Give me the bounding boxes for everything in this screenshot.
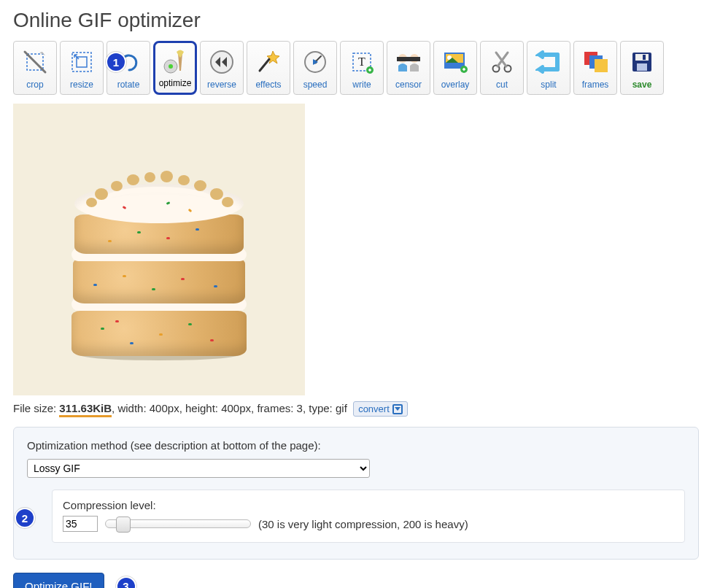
svg-text:T: T: [358, 55, 365, 68]
tool-label: write: [352, 80, 371, 90]
annotation-badge-2: 2: [15, 508, 35, 528]
tool-save[interactable]: save: [620, 41, 664, 95]
compression-input[interactable]: [63, 516, 98, 532]
tool-write[interactable]: T write: [340, 41, 384, 95]
type-label: , type:: [303, 402, 336, 414]
compression-label: Compression level:: [63, 499, 674, 511]
method-select[interactable]: Lossy GIF: [27, 459, 370, 478]
tool-label: effects: [255, 80, 281, 90]
compression-slider[interactable]: [105, 519, 251, 528]
svg-rect-24: [635, 54, 649, 61]
svg-rect-25: [637, 63, 647, 71]
tool-label: speed: [303, 80, 328, 90]
page-title: Online GIF optimizer: [13, 9, 699, 32]
tool-overlay[interactable]: overlay: [433, 41, 477, 95]
save-icon: [621, 45, 663, 80]
tool-censor[interactable]: censor: [387, 41, 430, 95]
cut-icon: [481, 45, 523, 80]
tool-label: frames: [582, 80, 609, 90]
tool-label: optimize: [159, 78, 192, 88]
annotation-badge-1: 1: [106, 52, 126, 72]
tool-label: save: [632, 80, 652, 90]
optimization-panel: Optimization method (see description at …: [13, 427, 699, 560]
height-label: , height:: [179, 402, 222, 414]
svg-rect-26: [643, 55, 646, 60]
width-value: 400px: [150, 402, 179, 414]
frames-icon: [574, 45, 616, 80]
height-value: 400px: [221, 402, 251, 414]
tool-label: overlay: [441, 80, 470, 90]
tool-effects[interactable]: effects: [247, 41, 290, 95]
filesize-value: 311.63KiB: [59, 402, 112, 417]
tool-label: reverse: [207, 80, 236, 90]
crop-icon: [14, 45, 56, 80]
tool-label: resize: [70, 80, 93, 90]
tool-cut[interactable]: cut: [480, 41, 524, 95]
write-icon: T: [341, 45, 383, 80]
tool-rotate[interactable]: rotate 1: [107, 41, 150, 95]
compression-hint: (30 is very light compression, 200 is he…: [258, 518, 468, 530]
tool-label: censor: [395, 80, 422, 90]
filesize-label: File size:: [13, 402, 59, 414]
svg-point-4: [169, 64, 173, 69]
dropdown-icon: [392, 404, 403, 414]
tool-label: rotate: [117, 80, 140, 90]
frames-value: 3: [297, 402, 303, 414]
slider-thumb[interactable]: [116, 517, 131, 533]
svg-rect-22: [595, 59, 608, 72]
gif-preview: [13, 104, 305, 395]
tool-label: crop: [26, 80, 43, 90]
tool-speed[interactable]: speed: [293, 41, 337, 95]
tool-label: split: [541, 80, 556, 90]
type-value: gif: [336, 402, 347, 414]
optimize-icon: [155, 46, 195, 78]
annotation-badge-3: 3: [116, 576, 136, 589]
reverse-icon: [201, 45, 243, 80]
resize-icon: [61, 45, 103, 80]
tool-label: cut: [496, 80, 508, 90]
overlay-icon: [434, 45, 476, 80]
toolbar: crop resize rotate 1: [13, 41, 699, 95]
tool-optimize[interactable]: optimize: [153, 41, 197, 95]
compression-subpanel: Compression level: (30 is very light com…: [52, 490, 685, 543]
split-icon: [527, 45, 570, 80]
width-label: , width:: [112, 402, 150, 414]
svg-rect-13: [397, 57, 420, 61]
convert-button[interactable]: convert: [353, 401, 408, 417]
speed-icon: [294, 45, 336, 80]
tool-resize[interactable]: resize: [60, 41, 104, 95]
tool-frames[interactable]: frames: [573, 41, 617, 95]
frames-label: , frames:: [251, 402, 297, 414]
effects-icon: [247, 45, 290, 80]
tool-reverse[interactable]: reverse: [200, 41, 244, 95]
method-label: Optimization method (see description at …: [27, 439, 685, 452]
tool-crop[interactable]: crop: [13, 41, 57, 95]
censor-icon: [387, 45, 430, 80]
convert-label: convert: [358, 403, 390, 414]
tool-split[interactable]: split: [527, 41, 570, 95]
optimize-button[interactable]: Optimize GIF!: [13, 573, 104, 588]
file-info-line: File size: 311.63KiB, width: 400px, heig…: [13, 401, 699, 417]
